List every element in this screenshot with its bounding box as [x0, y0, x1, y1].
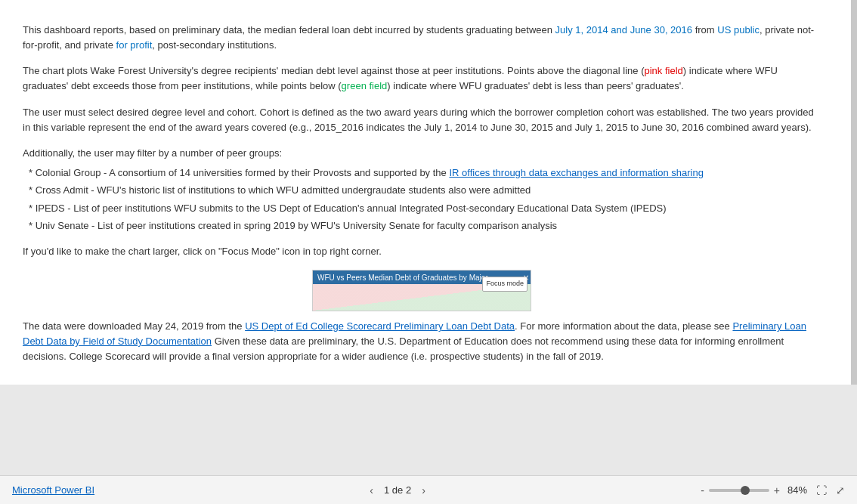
prev-page-button[interactable]: ‹ [367, 483, 376, 498]
page-indicator: 1 de 2 [384, 484, 411, 496]
para1-us-public: US public [717, 24, 760, 36]
zoom-slider[interactable] [709, 489, 769, 492]
focus-image-title: WFU vs Peers Median Debt of Graduates by… [317, 272, 488, 283]
paragraph-6: The data were downloaded May 24, 2019 fr… [23, 319, 821, 364]
powerbi-link[interactable]: Microsoft Power BI [12, 484, 94, 496]
bottom-right-controls: - + 84% ⛶ ⤢ [701, 484, 845, 496]
bullet-item-univ-senate: * Univ Senate - List of peer institution… [29, 218, 821, 233]
bullet-ipeds-prefix: * IPEDS - [29, 203, 73, 214]
para1-text-before: This dashboard reports, based on prelimi… [23, 24, 555, 36]
next-page-button[interactable]: › [419, 483, 428, 498]
para4-intro: Additionally, the user may filter by a n… [23, 146, 821, 161]
bullet-colonial-prefix: * Colonial Group - [29, 167, 109, 178]
para2-text-before: The chart plots Wake Forest University's… [23, 65, 644, 76]
focus-image-inner: WFU vs Peers Median Debt of Graduates by… [313, 271, 531, 311]
paragraph-4: Additionally, the user may filter by a n… [23, 146, 821, 233]
main-content: This dashboard reports, based on prelimi… [0, 0, 857, 475]
paragraph-1: This dashboard reports, based on prelimi… [23, 23, 821, 53]
para1-for-profit: for profit [116, 39, 153, 51]
para1-text-end: , post-secondary institutions. [152, 39, 277, 51]
para2-pink-field: pink field [644, 65, 682, 76]
document-area: This dashboard reports, based on prelimi… [0, 0, 857, 385]
bullet-colonial-text-before: A consortium of 14 universities formed b… [109, 167, 449, 178]
zoom-controls: - + 84% [701, 484, 807, 496]
para1-date-highlight: July 1, 2014 and June 30, 2016 [555, 24, 692, 36]
bottom-bar: Microsoft Power BI ‹ 1 de 2 › - + 84% ⛶ … [0, 475, 857, 504]
para6-text-before: The data were downloaded May 24, 2019 fr… [23, 320, 245, 332]
focus-mode-button[interactable]: Focus mode [482, 277, 528, 292]
bullet-item-crossadmit: * Cross Admit - WFU's historic list of i… [29, 183, 821, 198]
para1-text-mid1: from [692, 24, 717, 36]
focus-mode-image: WFU vs Peers Median Debt of Graduates by… [312, 270, 531, 311]
bullet-crossadmit-prefix: * Cross Admit - [29, 184, 97, 196]
content-wrapper: This dashboard reports, based on prelimi… [23, 23, 821, 365]
paragraph-5: If you'd like to make the chart larger, … [23, 244, 821, 259]
bullet-senate-prefix: * Univ Senate - [29, 220, 97, 231]
fullscreen-icon[interactable]: ⤢ [836, 484, 845, 496]
paragraph-3: The user must select desired degree leve… [23, 105, 821, 135]
zoom-in-button[interactable]: + [774, 484, 780, 496]
paragraph-2: The chart plots Wake Forest University's… [23, 63, 821, 94]
para5-text: If you'd like to make the chart larger, … [23, 246, 382, 257]
zoom-level-display: 84% [784, 484, 807, 496]
para2-text-end: ) indicate where WFU graduates' debt is … [387, 80, 684, 91]
bullet-colonial-link[interactable]: IR offices through data exchanges and in… [449, 167, 704, 178]
scorecard-link[interactable]: US Dept of Ed College Scorecard Prelimin… [245, 320, 515, 332]
pagination-controls: ‹ 1 de 2 › [367, 483, 428, 498]
zoom-slider-thumb [741, 486, 750, 495]
empty-area [0, 385, 857, 475]
bullet-item-ipeds: * IPEDS - List of peer institutions WFU … [29, 201, 821, 216]
bullet-crossadmit-text: WFU's historic list of institutions to w… [97, 184, 531, 196]
para2-green-field: green field [342, 80, 388, 91]
bullet-ipeds-text: List of peer institutions WFU submits to… [73, 203, 666, 214]
bullet-item-colonial: * Colonial Group - A consortium of 14 un… [29, 165, 821, 181]
bullet-senate-text: List of peer institutions created in spr… [97, 220, 557, 231]
para6-text-mid: . For more information about the data, p… [515, 320, 732, 332]
fit-page-icon[interactable]: ⛶ [816, 484, 827, 496]
bullet-list: * Colonial Group - A consortium of 14 un… [29, 165, 821, 233]
zoom-out-button[interactable]: - [701, 484, 704, 496]
